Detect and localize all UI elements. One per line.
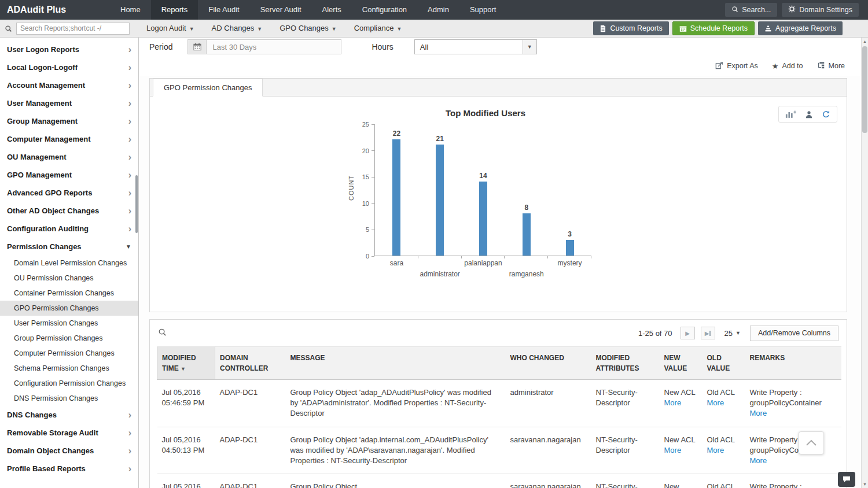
sidebar-item-other-ad-object-changes[interactable]: Other AD Object Changes› [0, 202, 138, 220]
scroll-to-top-button[interactable] [799, 431, 824, 454]
sidebar-item-advanced-gpo-reports[interactable]: Advanced GPO Reports› [0, 184, 138, 202]
nav-configuration[interactable]: Configuration [352, 0, 417, 20]
scroll-down-arrow[interactable]: ▼ [862, 480, 868, 488]
menu-gpo-changes[interactable]: GPO Changes▼ [271, 19, 345, 38]
report-tabstrip: GPO Permission Changes [150, 79, 847, 97]
sidebar-item-computer-management[interactable]: Computer Management› [0, 130, 138, 148]
sidebar-item-user-management[interactable]: User Management› [0, 94, 138, 112]
bar[interactable] [436, 145, 444, 256]
bar[interactable] [479, 182, 487, 256]
custom-reports-button[interactable]: Custom Reports [593, 21, 668, 35]
report-menus: Logon Audit▼AD Changes▼GPO Changes▼Compl… [138, 19, 410, 38]
nav-admin[interactable]: Admin [417, 0, 459, 20]
sidebar-item-group-permission-changes[interactable]: Group Permission Changes [0, 331, 138, 346]
page-size-select[interactable]: 25 ▼ [724, 329, 741, 338]
sidebar-item-group-management[interactable]: Group Management› [0, 112, 138, 130]
bar[interactable] [523, 213, 531, 256]
more-actions-button[interactable]: More [817, 61, 845, 71]
period-picker[interactable]: Last 30 Days [187, 39, 341, 54]
add-remove-columns-button[interactable]: Add/Remove Columns [750, 326, 838, 341]
x-axis-label: sara [390, 259, 403, 267]
sidebar-item-account-management[interactable]: Account Management› [0, 76, 138, 94]
old-value-more-link[interactable]: More [707, 445, 724, 456]
bar-value-label: 3 [568, 230, 572, 238]
nav-support[interactable]: Support [459, 0, 507, 20]
sidebar-item-domain-level-permission-changes[interactable]: Domain Level Permission Changes [0, 256, 138, 271]
sidebar-item-computer-permission-changes[interactable]: Computer Permission Changes [0, 346, 138, 361]
y-tick-10: 10 [362, 200, 374, 207]
new-value-more-link[interactable]: More [664, 398, 682, 408]
sidebar-item-domain-object-changes[interactable]: Domain Object Changes› [0, 442, 138, 460]
sidebar-item-dns-permission-changes[interactable]: DNS Permission Changes [0, 391, 138, 406]
tab-gpo-permission-changes[interactable]: GPO Permission Changes [153, 79, 263, 97]
bar[interactable] [392, 139, 400, 256]
sidebar-item-profile-based-reports[interactable]: Profile Based Reports› [0, 460, 138, 478]
col-header-message[interactable]: MESSAGE [286, 347, 506, 380]
user-icon[interactable] [805, 110, 813, 119]
sidebar-item-container-permission-changes[interactable]: Container Permission Changes [0, 286, 138, 301]
sidebar-item-schema-permission-changes[interactable]: Schema Permission Changes [0, 361, 138, 376]
sidebar-item-user-logon-reports[interactable]: User Logon Reports› [0, 40, 138, 58]
cell-who-changed: saravanan.nagarajan [506, 474, 591, 488]
col-header-remarks[interactable]: REMARKS [745, 347, 841, 380]
aggregate-reports-button[interactable]: Aggregate Reports [758, 21, 843, 35]
remarks-more-link[interactable]: More [750, 456, 767, 466]
scrollbar-thumb[interactable] [862, 46, 867, 133]
scroll-up-arrow[interactable]: ▲ [862, 38, 868, 45]
table-search-icon[interactable] [158, 328, 167, 339]
sidebar-item-gpo-permission-changes[interactable]: GPO Permission Changes [0, 301, 138, 316]
nav-server-audit[interactable]: Server Audit [250, 0, 312, 20]
calendar-icon[interactable] [188, 40, 207, 54]
chart-type-icon[interactable] [785, 110, 796, 119]
period-value-field[interactable]: Last 30 Days [207, 40, 341, 54]
next-page-button[interactable]: ▶ [681, 327, 695, 339]
sidebar-item-configuration-auditing[interactable]: Configuration Auditing› [0, 220, 138, 238]
y-tick-15: 15 [362, 173, 374, 180]
sidebar-item-configuration-permission-changes[interactable]: Configuration Permission Changes [0, 376, 138, 391]
cell-new-value: New ACLMore [660, 380, 703, 427]
refresh-icon[interactable] [822, 110, 830, 119]
menu-logon-audit[interactable]: Logon Audit▼ [138, 19, 203, 38]
domain-settings-button[interactable]: Domain Settings [782, 3, 859, 17]
cell-remarks: Write Property : groupPolicyContainerMor… [745, 427, 841, 474]
hours-select[interactable]: All ▼ [414, 39, 537, 54]
col-header-new-value[interactable]: NEW VALUE [660, 347, 703, 380]
sidebar-item-permission-changes[interactable]: Permission Changes▼ [0, 238, 138, 256]
last-page-button[interactable]: ▶ [701, 327, 715, 339]
col-header-domain-controller[interactable]: DOMAIN CONTROLLER [215, 347, 286, 380]
new-value-more-link[interactable]: More [664, 445, 682, 456]
sidebar-item-user-permission-changes[interactable]: User Permission Changes [0, 316, 138, 331]
menu-ad-changes[interactable]: AD Changes▼ [203, 19, 271, 38]
cell-modified-attributes: NT-Security-Descriptor [591, 380, 660, 427]
nav-home[interactable]: Home [110, 0, 151, 20]
add-to-button[interactable]: ★ Add to [772, 62, 803, 70]
chevron-right-icon: › [128, 428, 131, 438]
star-icon: ★ [772, 62, 779, 70]
col-header-who-changed[interactable]: WHO CHANGED [506, 347, 591, 380]
sidebar-item-dns-changes[interactable]: DNS Changes› [0, 406, 138, 424]
col-header-old-value[interactable]: OLD VALUE [703, 347, 745, 380]
sidebar-item-gpo-management[interactable]: GPO Management› [0, 166, 138, 184]
col-header-modified-time[interactable]: MODIFIED TIME ▼ [157, 347, 215, 380]
sidebar-item-removable-storage-audit[interactable]: Removable Storage Audit› [0, 424, 138, 442]
table-toolbar: 1-25 of 70 ▶ ▶ 25 ▼ Add/Remove Columns [150, 320, 847, 346]
nav-alerts[interactable]: Alerts [312, 0, 352, 20]
search-reports-input[interactable] [16, 23, 130, 35]
old-value-more-link[interactable]: More [707, 398, 724, 408]
sidebar-item-ou-permission-changes[interactable]: OU Permission Changes [0, 271, 138, 286]
export-as-button[interactable]: Export As [715, 61, 758, 71]
top-search-button[interactable]: Search... [725, 3, 777, 17]
chat-feedback-button[interactable] [838, 472, 855, 487]
sidebar-item-local-logon-logoff[interactable]: Local Logon-Logoff› [0, 58, 138, 76]
nav-file-audit[interactable]: File Audit [198, 0, 249, 20]
sidebar-scrollbar[interactable] [135, 175, 138, 233]
nav-reports[interactable]: Reports [151, 0, 198, 20]
schedule-reports-button[interactable]: Schedule Reports [672, 21, 755, 35]
menu-compliance[interactable]: Compliance▼ [345, 19, 411, 38]
bar[interactable] [566, 240, 574, 256]
col-header-modified-attributes[interactable]: MODIFIED ATTRIBUTES [591, 347, 660, 380]
vertical-scrollbar[interactable]: ▲ ▼ [861, 38, 868, 488]
remarks-more-link[interactable]: More [750, 408, 767, 419]
sidebar-item-ou-management[interactable]: OU Management› [0, 148, 138, 166]
x-axis-label: ramganesh [509, 270, 544, 278]
